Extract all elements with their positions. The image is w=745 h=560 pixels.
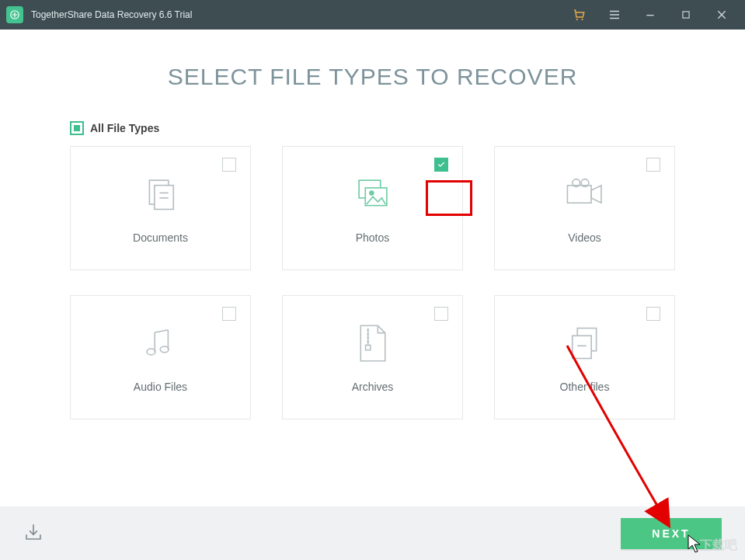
maximize-icon[interactable] xyxy=(678,7,694,23)
svg-point-10 xyxy=(369,191,373,195)
card-label-photos: Photos xyxy=(356,231,390,244)
other-icon xyxy=(562,322,608,365)
cart-icon[interactable] xyxy=(571,7,587,23)
file-type-grid: Documents Photos xyxy=(70,146,675,419)
card-label-videos: Videos xyxy=(568,231,601,244)
minimize-icon[interactable] xyxy=(642,7,658,23)
svg-point-1 xyxy=(576,19,578,20)
next-button[interactable]: NEXT xyxy=(621,518,722,549)
close-icon[interactable] xyxy=(714,7,729,23)
photos-icon xyxy=(350,172,396,216)
checkbox-audio[interactable] xyxy=(222,307,236,321)
checkbox-other[interactable] xyxy=(646,307,660,321)
next-button-label: NEXT xyxy=(652,527,690,540)
svg-rect-3 xyxy=(683,12,689,18)
card-other[interactable]: Other files xyxy=(494,295,675,419)
documents-icon xyxy=(138,172,184,216)
checkbox-videos[interactable] xyxy=(646,158,660,172)
main-content: SELECT FILE TYPES TO RECOVER All File Ty… xyxy=(0,30,745,506)
checkbox-photos[interactable] xyxy=(434,158,448,172)
svg-rect-11 xyxy=(567,186,591,203)
svg-point-14 xyxy=(147,349,155,355)
card-label-other: Other files xyxy=(560,381,610,393)
app-logo xyxy=(6,6,23,23)
archives-icon xyxy=(350,322,396,365)
svg-rect-18 xyxy=(572,336,590,358)
checkbox-archives[interactable] xyxy=(434,307,448,321)
card-photos[interactable]: Photos xyxy=(282,146,463,270)
import-icon[interactable] xyxy=(23,522,44,545)
card-label-documents: Documents xyxy=(133,231,188,244)
all-file-types-label: All File Types xyxy=(90,122,159,134)
svg-rect-16 xyxy=(365,345,370,350)
svg-point-15 xyxy=(160,346,169,353)
checkbox-documents[interactable] xyxy=(222,158,236,172)
videos-icon xyxy=(562,172,608,216)
card-documents[interactable]: Documents xyxy=(70,146,251,270)
audio-icon xyxy=(138,322,184,365)
window-title: TogetherShare Data Recovery 6.6 Trial xyxy=(31,9,192,20)
card-label-archives: Archives xyxy=(352,381,394,393)
footer-bar: NEXT xyxy=(0,506,745,560)
card-videos[interactable]: Videos xyxy=(494,146,675,270)
svg-point-2 xyxy=(581,19,583,20)
card-archives[interactable]: Archives xyxy=(282,295,463,419)
titlebar: TogetherShare Data Recovery 6.6 Trial xyxy=(0,0,745,30)
all-file-types-toggle[interactable]: All File Types xyxy=(70,121,675,135)
page-heading: SELECT FILE TYPES TO RECOVER xyxy=(70,64,675,90)
all-file-types-checkbox[interactable] xyxy=(70,121,84,135)
menu-icon[interactable] xyxy=(607,7,622,23)
card-label-audio: Audio Files xyxy=(134,381,187,393)
card-audio[interactable]: Audio Files xyxy=(70,295,251,419)
